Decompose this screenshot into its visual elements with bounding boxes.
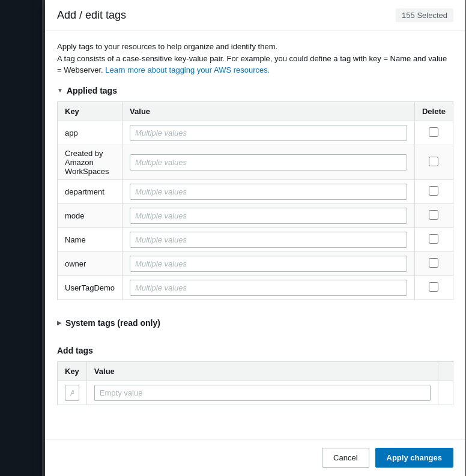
tag-value-cell [123,276,415,300]
applied-tags-table: Key Value Delete appCreated by Amazon Wo… [57,101,453,300]
tag-key-cell: app [58,121,123,145]
tag-delete-cell [414,121,453,145]
selected-badge: 155 Selected [396,8,453,22]
add-tag-row [58,381,453,405]
cancel-button[interactable]: Cancel [322,448,369,468]
add-value-cell [86,381,438,405]
collapse-icon: ▼ [57,87,63,94]
tag-value-cell [123,145,415,179]
delete-checkbox[interactable] [429,157,438,166]
delete-checkbox[interactable] [429,234,438,244]
tag-value-input[interactable] [130,256,407,272]
modal-dialog: Add / edit tags 155 Selected Apply tags … [45,0,465,476]
tag-value-input[interactable] [130,154,407,170]
add-col-header-value: Value [86,361,438,381]
modal-header: Add / edit tags 155 Selected [45,0,465,31]
tag-value-cell [123,203,415,227]
add-tags-section: Add tags Key Value [57,346,453,405]
tag-key-cell: Name [58,227,123,252]
table-row: UserTagDemo [58,276,453,300]
table-row: Name [58,227,453,252]
tag-delete-cell [414,203,453,227]
delete-checkbox[interactable] [429,210,438,220]
modal-footer: Cancel Apply changes [45,439,465,476]
add-col-header-empty [438,361,453,381]
expand-icon: ▶ [57,319,62,326]
system-tags-section: ▶ System tags (read only) [57,312,453,334]
delete-checkbox[interactable] [429,258,438,268]
add-value-input[interactable] [94,385,431,401]
apply-changes-button[interactable]: Apply changes [375,448,453,468]
delete-checkbox[interactable] [429,186,438,196]
tag-value-cell [123,179,415,203]
description-line2: A tag consists of a case-sensitive key-v… [57,53,453,76]
tag-key-cell: UserTagDemo [58,276,123,300]
tag-key-cell: department [58,179,123,203]
col-header-key: Key [58,101,123,121]
applied-tags-section: ▼ Applied tags Key Value Delete appCreat… [57,86,453,300]
add-key-cell [58,381,87,405]
col-header-delete: Delete [414,101,453,121]
table-header-row: Key Value Delete [58,101,453,121]
tag-key-cell: Created by Amazon WorkSpaces [58,145,123,179]
modal-title: Add / edit tags [57,9,126,22]
system-tags-title: System tags (read only) [65,318,160,328]
tag-value-input[interactable] [130,280,407,296]
add-col-header-key: Key [58,361,87,381]
applied-tags-title: Applied tags [67,86,117,95]
add-delete-cell [438,381,453,405]
tag-delete-cell [414,227,453,252]
applied-tags-header[interactable]: ▼ Applied tags [57,86,453,95]
learn-more-link[interactable]: Learn more about tagging your AWS resour… [105,65,270,74]
tag-value-input[interactable] [130,208,407,224]
tag-value-input[interactable] [130,184,407,200]
tag-delete-cell [414,145,453,179]
add-tags-table: Key Value [57,361,453,405]
add-key-input[interactable] [65,385,79,401]
add-table-header-row: Key Value [58,361,453,381]
col-header-value: Value [123,101,415,121]
tag-delete-cell [414,252,453,276]
table-row: mode [58,203,453,227]
description: Apply tags to your resources to help org… [57,41,453,76]
tag-value-cell [123,121,415,145]
table-row: app [58,121,453,145]
tag-delete-cell [414,276,453,300]
tag-key-cell: mode [58,203,123,227]
system-tags-header[interactable]: ▶ System tags (read only) [57,312,453,334]
table-row: owner [58,252,453,276]
delete-checkbox[interactable] [429,282,438,292]
tag-value-input[interactable] [130,232,407,248]
description-line1: Apply tags to your resources to help org… [57,41,453,53]
tag-value-cell [123,252,415,276]
add-tags-label: Add tags [57,346,453,355]
modal-body: Apply tags to your resources to help org… [45,31,465,439]
tag-value-cell [123,227,415,252]
table-row: department [58,179,453,203]
table-row: Created by Amazon WorkSpaces [58,145,453,179]
tag-key-cell: owner [58,252,123,276]
delete-checkbox[interactable] [429,127,438,137]
tag-value-input[interactable] [130,125,407,141]
tag-delete-cell [414,179,453,203]
